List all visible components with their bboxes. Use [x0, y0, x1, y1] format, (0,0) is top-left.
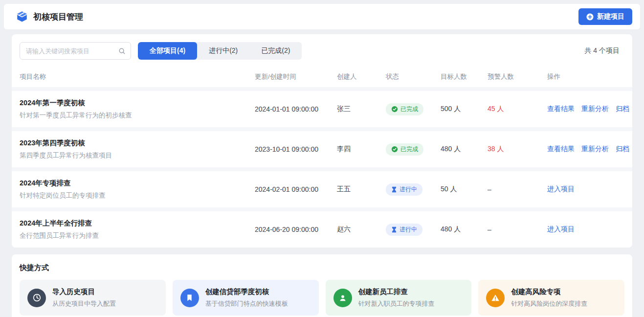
cube-icon: [16, 10, 28, 23]
project-count: 共 4 个项目: [584, 46, 624, 55]
action-link[interactable]: 归档: [616, 105, 629, 113]
project-description: 针对特定岗位员工的专项排查: [20, 191, 255, 200]
creator: 李四: [337, 145, 386, 154]
update-time: 2023-10-01 09:00:00: [255, 145, 337, 153]
page-title: 初核项目管理: [33, 11, 83, 23]
shortcut-card-3[interactable]: 创建高风险专项针对高风险岗位的深度排查: [478, 280, 624, 316]
table-header: 项目名称更新/创建时间创建人状态目标人数预警人数操作: [12, 67, 632, 87]
warning-icon: [486, 289, 505, 307]
tab-2[interactable]: 已完成(2): [249, 42, 302, 60]
shortcut-description: 从历史项目中导入配置: [52, 299, 116, 308]
shortcut-card-0[interactable]: 导入历史项目从历史项目中导入配置: [20, 280, 166, 316]
column-header: 目标人数: [441, 72, 488, 81]
project-description: 全行范围员工异常行为排查: [20, 231, 255, 240]
table-row: 2024年上半年全行排查全行范围员工异常行为排查2024-06-20 09:00…: [12, 207, 632, 248]
row-actions: 查看结果重新分析归档: [547, 145, 624, 154]
update-time: 2024-02-01 09:00:00: [255, 185, 337, 193]
target-count: 480 人: [441, 225, 488, 234]
action-link[interactable]: 归档: [616, 145, 629, 154]
warning-count: –: [488, 226, 547, 233]
project-description: 针对第一季度员工异常行为的初步核查: [20, 111, 255, 120]
row-actions: 进入项目: [547, 185, 624, 194]
table-row: 2024年第一季度初核针对第一季度员工异常行为的初步核查2024-01-01 0…: [12, 87, 632, 127]
toolbar: 全部项目(4)进行中(2)已完成(2) 共 4 个项目: [12, 34, 632, 67]
search-icon[interactable]: [118, 47, 126, 55]
creator: 赵六: [337, 225, 386, 234]
creator: 张三: [337, 105, 386, 113]
clock-icon: [27, 289, 46, 307]
search-input[interactable]: [26, 47, 118, 55]
column-header: 操作: [547, 72, 624, 81]
warning-count: 38 人: [488, 145, 547, 154]
table-body: 2024年第一季度初核针对第一季度员工异常行为的初步核查2024-01-01 0…: [12, 87, 632, 248]
search-box: [20, 42, 131, 60]
shortcuts-card: 快捷方式 导入历史项目从历史项目中导入配置创建信贷部季度初核基于信贷部门特点的快…: [12, 254, 632, 317]
check-circle-icon: [391, 106, 398, 113]
plus-circle-icon: [586, 13, 594, 21]
row-actions: 查看结果重新分析归档: [547, 105, 624, 113]
new-project-button[interactable]: 新建项目: [578, 8, 632, 25]
table-row: 2023年第四季度初核第四季度员工异常行为核查项目2023-10-01 09:0…: [12, 127, 632, 167]
top-bar: 初核项目管理 新建项目: [4, 4, 640, 29]
hourglass-icon: [391, 186, 397, 193]
action-link[interactable]: 重新分析: [581, 105, 609, 113]
project-list-card: 全部项目(4)进行中(2)已完成(2) 共 4 个项目 项目名称更新/创建时间创…: [12, 34, 632, 248]
creator: 王五: [337, 185, 386, 194]
app-root: 初核项目管理 新建项目 全部项目(4)进行中(2)已完成: [0, 0, 644, 317]
action-link[interactable]: 查看结果: [547, 105, 575, 113]
warning-count: –: [488, 185, 547, 193]
shortcut-card-1[interactable]: 创建信贷部季度初核基于信贷部门特点的快速模板: [173, 280, 319, 316]
project-name: 2024年第一季度初核: [20, 98, 255, 108]
check-circle-icon: [391, 146, 398, 153]
column-header: 更新/创建时间: [255, 72, 337, 81]
tab-1[interactable]: 进行中(2): [197, 42, 249, 60]
column-header: 项目名称: [20, 72, 255, 81]
shortcut-title: 导入历史项目: [52, 287, 116, 296]
column-header: 状态: [386, 72, 441, 81]
shortcut-description: 基于信贷部门特点的快速模板: [205, 299, 288, 308]
shortcut-title: 创建高风险专项: [511, 287, 587, 296]
project-name: 2024年专项排查: [20, 179, 255, 188]
project-name: 2023年第四季度初核: [20, 138, 255, 148]
action-link[interactable]: 重新分析: [581, 145, 609, 154]
column-header: 创建人: [337, 72, 386, 81]
tab-0[interactable]: 全部项目(4): [138, 42, 197, 60]
shortcuts-grid: 导入历史项目从历史项目中导入配置创建信贷部季度初核基于信贷部门特点的快速模板创建…: [20, 280, 624, 316]
column-header: 预警人数: [488, 72, 547, 81]
status-badge: 已完成: [386, 143, 423, 156]
shortcut-title: 创建新员工排查: [358, 287, 435, 296]
target-count: 50 人: [441, 185, 488, 194]
target-count: 500 人: [441, 105, 488, 113]
warning-count: 45 人: [488, 105, 547, 113]
shortcuts-title: 快捷方式: [20, 263, 624, 272]
update-time: 2024-06-20 09:00:00: [255, 226, 337, 233]
shortcut-description: 针对新入职员工的专项排查: [358, 299, 435, 308]
status-badge: 进行中: [386, 183, 422, 196]
hourglass-icon: [391, 226, 397, 233]
status-badge: 进行中: [386, 224, 422, 236]
action-link[interactable]: 进入项目: [547, 225, 575, 234]
user-icon: [333, 289, 352, 307]
target-count: 480 人: [441, 145, 488, 154]
shortcut-card-2[interactable]: 创建新员工排查针对新入职员工的专项排查: [326, 280, 472, 316]
shortcut-title: 创建信贷部季度初核: [205, 287, 288, 296]
filter-tabs: 全部项目(4)进行中(2)已完成(2): [138, 42, 302, 60]
action-link[interactable]: 查看结果: [547, 145, 575, 154]
update-time: 2024-01-01 09:00:00: [255, 105, 337, 113]
row-actions: 进入项目: [547, 225, 624, 234]
table-row: 2024年专项排查针对特定岗位员工的专项排查2024-02-01 09:00:0…: [12, 167, 632, 207]
status-badge: 已完成: [386, 103, 423, 115]
bookmark-icon: [180, 289, 199, 307]
project-description: 第四季度员工异常行为核查项目: [20, 151, 255, 160]
shortcut-description: 针对高风险岗位的深度排查: [511, 299, 587, 308]
project-name: 2024年上半年全行排查: [20, 219, 255, 228]
action-link[interactable]: 进入项目: [547, 185, 575, 194]
